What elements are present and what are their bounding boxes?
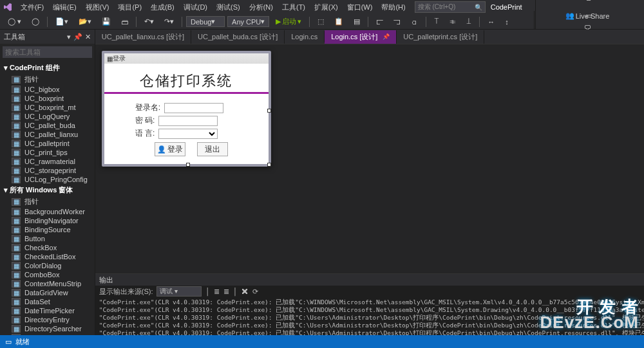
menu-analyze[interactable]: 分析(N) xyxy=(245,1,277,14)
out-btn-4[interactable]: ⟳ xyxy=(252,288,258,296)
tb-icon-3[interactable]: ▤ xyxy=(350,17,364,26)
input-pass[interactable] xyxy=(158,116,218,126)
output-text[interactable]: "CodePrint.exe"(CLR v4.0.30319: CodePrin… xyxy=(95,297,644,341)
menu-debug[interactable]: 调试(D) xyxy=(180,1,211,14)
pin-icon[interactable]: 📌 xyxy=(73,33,82,41)
menu-edit[interactable]: 编辑(E) xyxy=(49,1,80,14)
component-icon: ▦ xyxy=(12,244,21,252)
open-button[interactable]: 📂▾ xyxy=(75,17,95,26)
toolbox-item[interactable]: ▦CheckBox xyxy=(0,243,95,252)
toolbox-item[interactable]: ▦UC_storageprint xyxy=(0,166,95,175)
toolbox-item[interactable]: ▦BindingSource xyxy=(0,225,95,234)
out-btn-2[interactable]: ≣ xyxy=(223,288,229,296)
menu-build[interactable]: 生成(B) xyxy=(147,1,178,14)
form-icon: ▦ xyxy=(107,55,113,62)
menu-view[interactable]: 视图(V) xyxy=(82,1,113,14)
toolbox-item[interactable]: ▦ComboBox xyxy=(0,270,95,279)
toolbox-item[interactable]: ▦DirectorySearcher xyxy=(0,324,95,333)
dropdown-icon[interactable]: ▾ xyxy=(67,33,71,41)
close-icon[interactable]: ✕ xyxy=(85,33,91,41)
toolbox-item[interactable]: ▦指针 xyxy=(0,74,95,85)
align-bot-icon[interactable]: ⟘ xyxy=(462,17,475,26)
menu-help[interactable]: 帮助(H) xyxy=(377,1,409,14)
toolbox-item[interactable]: ▦CheckedListBox xyxy=(0,252,95,261)
align-right-icon[interactable]: ⫏ xyxy=(407,17,422,26)
toolbox-item[interactable]: ▦DataSet xyxy=(0,297,95,306)
space-v-icon[interactable]: ↕ xyxy=(501,17,513,26)
tb-icon-1[interactable]: ⬚ xyxy=(314,17,328,26)
toolbox-item[interactable]: ▦UC_palletprint xyxy=(0,139,95,148)
main-toolbar: ◯ ▾ ◯ 📄▾ 📂▾ 💾 🗃 ↶▾ ↷▾ Debug ▾ Any CPU ▾ … xyxy=(0,14,644,30)
tab-1[interactable]: UC_pallet_lianxu.cs [设计] xyxy=(95,30,191,44)
form-login-button[interactable]: 👤登录 xyxy=(155,142,185,156)
toolbox-item[interactable]: ▦UC_bigbox xyxy=(0,85,95,94)
save-all-button[interactable]: 🗃 xyxy=(117,17,132,26)
align-center-icon[interactable]: ⫎ xyxy=(390,17,404,26)
designer-canvas[interactable]: ▦ 登录 仓储打印系统 登录名: 密 码: 语 言: 👤登录 退出 xyxy=(95,44,644,273)
liveshare-button[interactable]: 👥 Live Share xyxy=(562,11,614,21)
menu-test[interactable]: 测试(S) xyxy=(213,1,244,14)
toolbox-item[interactable]: ▦UC_rawmaterial xyxy=(0,157,95,166)
input-user[interactable] xyxy=(164,103,223,113)
status-text: 就绪 xyxy=(15,337,30,347)
toolbox-item[interactable]: ▦UC_pallet_lianxu xyxy=(0,130,95,139)
quick-launch[interactable]: 搜索 (Ctrl+Q)🔍 xyxy=(415,1,486,13)
tb-icon-2[interactable]: 📋 xyxy=(330,17,347,26)
toolbox-item[interactable]: ▦UCLog_PringConfig xyxy=(0,175,95,184)
toolbox-item[interactable]: ▦UC_pallet_buda xyxy=(0,121,95,130)
tab-2[interactable]: UC_pallet_buda.cs [设计] xyxy=(191,30,285,44)
nav-back-button[interactable]: ◯ ▾ xyxy=(4,17,25,26)
align-left-icon[interactable]: ⫍ xyxy=(372,17,387,26)
toolbox-item[interactable]: ▦指针 xyxy=(0,196,95,207)
toolbox-group-2[interactable]: ▾ 所有 Windows 窗体 xyxy=(0,184,95,196)
save-button[interactable]: 💾 xyxy=(98,17,115,26)
menu-ext[interactable]: 扩展(X) xyxy=(310,1,342,14)
person-icon: 👤 xyxy=(157,145,166,154)
menu-project[interactable]: 项目(P) xyxy=(114,1,146,14)
component-icon: ▦ xyxy=(12,280,21,288)
toolbox-item[interactable]: ▦UC_print_tips xyxy=(0,148,95,157)
config-dropdown[interactable]: Debug ▾ xyxy=(186,16,225,27)
tab-4-active[interactable]: Login.cs [设计]📌 xyxy=(325,30,397,44)
undo-button[interactable]: ↶▾ xyxy=(140,17,158,26)
form-exit-button[interactable]: 退出 xyxy=(197,142,228,156)
align-mid-icon[interactable]: ⟚ xyxy=(446,17,460,26)
toolbox-item[interactable]: ▦DirectoryEntry xyxy=(0,315,95,324)
toolbox-group-1[interactable]: ▾ CodePrint 组件 xyxy=(0,62,95,74)
form-titlebar: ▦ 登录 xyxy=(104,53,269,64)
toolbox-item[interactable]: ▦UC_LogQuery xyxy=(0,112,95,121)
toolbox-item[interactable]: ▦UC_boxprint xyxy=(0,94,95,103)
menu-tools[interactable]: 工具(T) xyxy=(278,1,309,14)
toolbox-item[interactable]: ▦ContextMenuStrip xyxy=(0,279,95,288)
login-form[interactable]: ▦ 登录 仓储打印系统 登录名: 密 码: 语 言: 👤登录 退出 xyxy=(102,51,271,167)
start-debug-button[interactable]: ▶ 启动 ▾ xyxy=(272,16,305,27)
space-h-icon[interactable]: ↔ xyxy=(484,17,498,26)
pin-icon[interactable]: 📌 xyxy=(383,33,390,40)
toolbox-item[interactable]: ▦Button xyxy=(0,234,95,243)
menu-file[interactable]: 文件(F) xyxy=(17,1,48,14)
window-minimize-icon[interactable]: – xyxy=(578,0,600,5)
toolbox-item[interactable]: ▦DataGridView xyxy=(0,288,95,297)
component-icon: ▦ xyxy=(12,235,21,243)
component-icon: ▦ xyxy=(12,307,21,315)
tab-5[interactable]: UC_palletprint.cs [设计] xyxy=(397,30,484,44)
output-source-dropdown[interactable]: 调试 ▾ xyxy=(156,286,202,297)
tab-3[interactable]: Login.cs xyxy=(285,31,325,42)
toolbox-item[interactable]: ▦BindingNavigator xyxy=(0,216,95,225)
redo-button[interactable]: ↷▾ xyxy=(160,17,178,26)
toolbox-item[interactable]: ▦UC_boxprint_mt xyxy=(0,103,95,112)
out-btn-3[interactable]: 🗙 xyxy=(242,288,249,295)
nav-fwd-button[interactable]: ◯ xyxy=(28,17,43,26)
component-icon: ▦ xyxy=(12,316,21,324)
align-top-icon[interactable]: ⟙ xyxy=(430,17,443,26)
toolbox-item[interactable]: ▦BackgroundWorker xyxy=(0,207,95,216)
platform-dropdown[interactable]: Any CPU ▾ xyxy=(227,16,269,27)
toolbox-search[interactable] xyxy=(3,46,92,58)
component-icon: ▦ xyxy=(12,76,21,84)
menu-window[interactable]: 窗口(W) xyxy=(343,1,377,14)
new-file-button[interactable]: 📄▾ xyxy=(52,17,72,26)
out-btn-1[interactable]: ≣ xyxy=(214,288,220,296)
toolbox-item[interactable]: ▦ColorDialog xyxy=(0,261,95,270)
toolbox-item[interactable]: ▦DateTimePicker xyxy=(0,306,95,315)
select-lang[interactable] xyxy=(158,129,218,139)
